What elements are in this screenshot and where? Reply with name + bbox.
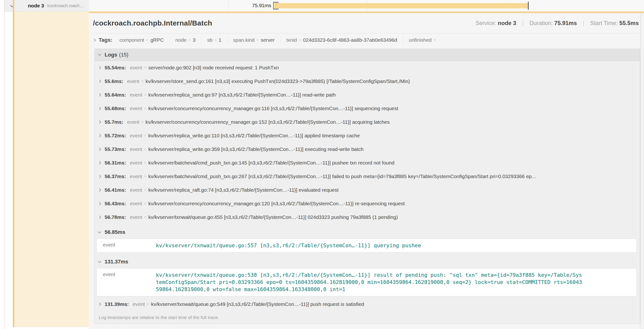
tag-span-kind: span.kind=server <box>227 36 280 44</box>
log-row[interactable]: 55.7ms:event=kv/kvserver/concurrency/con… <box>94 115 640 129</box>
log-row[interactable]: 56.31ms:event=kv/kvserver/batcheval/cmd_… <box>94 156 640 170</box>
chevron-right-icon[interactable] <box>98 120 101 124</box>
log-row[interactable]: 55.6ms:event=kv/kvserver/store_send.go:1… <box>94 74 640 88</box>
log-key: event <box>130 106 142 111</box>
log-message: kv/kvserver/concurrency/concurrency_mana… <box>148 201 405 206</box>
span-name-cell[interactable]: node 3 /cockroach.roach… <box>4 0 89 12</box>
selected-span-row-highlight <box>14 12 89 327</box>
chevron-right-icon[interactable] <box>98 66 101 69</box>
log-message: kv/kvserver/replica_raft.go:74 [n3,s3,r6… <box>148 187 338 193</box>
log-equals: = <box>144 160 146 165</box>
log-key: event <box>130 201 142 206</box>
expanded-log-header[interactable]: 131.37ms <box>94 254 640 266</box>
log-key: event <box>133 301 145 307</box>
detail-panel-top-border <box>89 12 644 13</box>
log-detail-table: event kv/kvserver/txnwait/queue.go:557 [… <box>96 239 636 252</box>
log-message: server/node.go:902 [n3] node received re… <box>148 65 279 70</box>
log-timestamp: 56.41ms: <box>105 187 126 193</box>
chevron-right-icon[interactable] <box>98 215 101 218</box>
log-detail-row: event kv/kvserver/txnwait/queue.go:538 [… <box>97 268 636 296</box>
log-timestamp: 55.64ms: <box>105 92 126 98</box>
timeline-header-row[interactable]: 75.91ms <box>89 0 644 12</box>
log-timestamp: 55.54ms: <box>105 65 126 70</box>
tag-key: unfinished <box>409 37 432 43</box>
chevron-right-icon[interactable] <box>98 147 101 151</box>
log-message: kv/kvserver/replica_write.go:359 [n3,s3,… <box>148 146 364 152</box>
tag-equals: = <box>434 38 436 42</box>
span-duration-bar[interactable] <box>274 3 528 8</box>
logs-footer-note: Log timestamps are relative to the start… <box>94 311 640 324</box>
chevron-right-icon[interactable] <box>98 188 101 192</box>
log-row[interactable]: 55.73ms:event=kv/kvserver/replica_write.… <box>94 142 640 156</box>
log-row[interactable]: 55.54ms:event=server/node.go:902 [n3] no… <box>94 61 640 74</box>
log-row[interactable]: 56.43ms:event=kv/kvserver/concurrency/co… <box>94 197 640 210</box>
log-equals: = <box>144 92 146 97</box>
service-label: Service: <box>476 20 496 26</box>
tag-value: gRPC <box>150 37 164 43</box>
tag-value: 3 <box>193 37 196 43</box>
tag-equals: = <box>214 38 217 42</box>
log-equals: = <box>144 188 146 192</box>
tag-key: span.kind <box>233 37 254 43</box>
tag-key: txnid <box>286 37 297 43</box>
log-key: event <box>130 92 142 98</box>
chevron-down-icon[interactable] <box>98 230 101 233</box>
span-meta: Service: node 3 | Duration: 75.91ms | St… <box>476 20 639 26</box>
log-detail-key: event <box>97 242 156 249</box>
log-message: kv/kvserver/batcheval/cmd_push_txn.go:14… <box>148 160 394 166</box>
log-equals: = <box>144 215 146 220</box>
log-timestamp: 131.39ms: <box>105 301 129 307</box>
service-value: node 3 <box>498 20 516 26</box>
log-equals: = <box>141 79 144 84</box>
log-key: event <box>127 78 139 84</box>
log-detail-value: kv/kvserver/txnwait/queue.go:557 [n3,s3,… <box>156 242 584 249</box>
log-key: event <box>130 187 142 193</box>
tag-node: node=3 <box>170 36 201 44</box>
chevron-right-icon[interactable] <box>98 134 101 137</box>
chevron-right-icon[interactable] <box>98 80 101 83</box>
tag-key: sb <box>207 37 212 43</box>
log-timestamp: 56.43ms: <box>105 201 126 206</box>
log-timestamp: 55.73ms: <box>105 146 126 152</box>
chevron-right-icon[interactable] <box>98 302 101 306</box>
log-key: event <box>127 119 139 125</box>
log-timestamp: 55.68ms: <box>105 106 126 111</box>
scrollbar-gutter[interactable] <box>640 13 644 329</box>
expanded-log-header[interactable]: 56.85ms <box>94 224 640 236</box>
log-row[interactable]: 56.37ms:event=kv/kvserver/batcheval/cmd_… <box>94 170 640 183</box>
span-duration-label: 75.91ms <box>238 2 271 8</box>
tags-accordion[interactable]: Tags: component=gRPC node=3 sb=1 span.ki… <box>93 34 640 46</box>
left-gutter-divider <box>4 0 4 329</box>
log-row[interactable]: 55.72ms:event=kv/kvserver/replica_write.… <box>94 129 640 142</box>
tag-equals: = <box>256 38 259 42</box>
log-detail-table: event kv/kvserver/txnwait/queue.go:538 [… <box>96 268 636 296</box>
chevron-down-icon[interactable] <box>98 52 101 56</box>
chevron-right-icon[interactable] <box>98 202 101 205</box>
log-timestamp: 131.37ms <box>105 259 128 265</box>
log-row[interactable]: 56.78ms:event=kv/kvserver/txnwait/queue.… <box>94 210 640 224</box>
tag-equals: = <box>146 38 148 42</box>
log-key: event <box>130 160 142 166</box>
chevron-right-icon[interactable] <box>98 174 101 178</box>
tag-value: 1 <box>218 37 222 43</box>
logs-section: Logs (15) 55.54ms:event=server/node.go:9… <box>94 49 640 324</box>
log-key: event <box>130 65 142 70</box>
logs-count: (15) <box>119 52 128 58</box>
log-equals: = <box>141 120 144 124</box>
chevron-down-icon[interactable] <box>98 260 101 263</box>
log-equals: = <box>144 65 146 70</box>
logs-accordion-header[interactable]: Logs (15) <box>94 49 640 61</box>
chevron-right-icon[interactable] <box>92 38 96 42</box>
chevron-right-icon[interactable] <box>98 93 101 96</box>
log-row[interactable]: 56.41ms:event=kv/kvserver/replica_raft.g… <box>94 183 640 197</box>
span-operation-name: /cockroach.roach… <box>47 3 84 8</box>
log-row[interactable]: 55.68ms:event=kv/kvserver/concurrency/co… <box>94 102 640 115</box>
log-message: kv/kvserver/replica_send.go:97 [n3,s3,r6… <box>148 92 336 98</box>
log-row[interactable]: 131.39ms:event=kv/kvserver/txnwait/queue… <box>94 297 640 311</box>
log-row[interactable]: 55.64ms:event=kv/kvserver/replica_send.g… <box>94 88 640 102</box>
chevron-right-icon[interactable] <box>98 161 101 164</box>
chevron-right-icon[interactable] <box>98 106 101 110</box>
tag-value: 024d3323-6c8f-4863-aa8b-37ab0e63496d <box>303 37 397 43</box>
tag-unfinished: unfinished= <box>403 36 444 44</box>
log-detail-key: event <box>97 272 156 293</box>
